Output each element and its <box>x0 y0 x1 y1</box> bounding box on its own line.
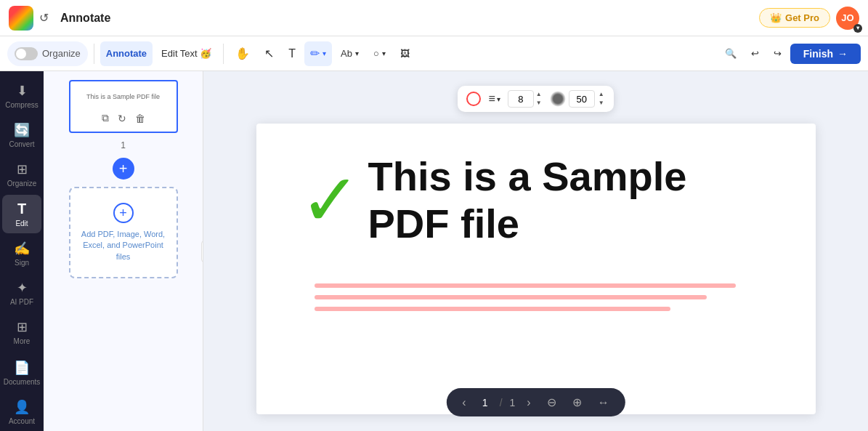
get-pro-button[interactable]: 👑 Get Pro <box>759 8 830 28</box>
hand-icon: ✋ <box>235 47 250 60</box>
total-pages: 1 <box>510 397 516 408</box>
cursor-tool-button[interactable]: ↖ <box>259 41 280 66</box>
undo-button[interactable]: ↩ <box>745 41 765 66</box>
sidebar-sign-label: Sign <box>15 259 29 267</box>
sidebar-more-label: More <box>14 337 31 345</box>
line-style-button[interactable]: ≡ ▾ <box>488 92 500 105</box>
app-title: Annotate <box>60 12 110 25</box>
topbar: ↺ Annotate 👑 Get Pro JO ▾ <box>0 0 868 36</box>
fit-page-button[interactable]: ↔ <box>593 395 614 411</box>
divider-1 <box>94 44 94 64</box>
finish-arrow-icon: → <box>837 48 848 60</box>
sidebar-documents-label: Documents <box>4 378 41 386</box>
thumb-delete-button[interactable]: 🗑 <box>134 110 147 126</box>
organize-icon: ⊞ <box>17 161 28 177</box>
convert-icon: 🔄 <box>14 122 30 138</box>
sidebar-item-ai-pdf[interactable]: ✦ AI PDF <box>2 274 41 312</box>
add-file-icon[interactable]: + <box>113 203 134 223</box>
sidebar-account-label: Account <box>9 417 35 425</box>
prev-page-button[interactable]: ‹ <box>458 395 470 411</box>
redo-icon: ↪ <box>774 48 782 59</box>
page-panel: This is a Sample PDF file ⧉ ↻ 🗑 1 + + Ad… <box>44 71 203 431</box>
underline-1 <box>315 283 736 288</box>
page-thumbnail[interactable]: This is a Sample PDF file ⧉ ↻ 🗑 <box>69 80 178 133</box>
sidebar-edit-label: Edit <box>15 219 28 227</box>
underline-3 <box>315 307 670 311</box>
checkmark-icon: ✓ <box>300 167 361 233</box>
crown-icon: 👑 <box>770 12 782 23</box>
text-style-icon: Ab <box>341 48 352 59</box>
zoom-in-button[interactable]: ⊕ <box>568 394 586 411</box>
underline-2 <box>315 295 707 299</box>
image-button[interactable]: 🖼 <box>394 41 415 66</box>
ai-pdf-icon: ✦ <box>17 280 28 296</box>
search-icon: 🔍 <box>725 48 737 59</box>
sidebar-item-more[interactable]: ⊞ More <box>2 313 41 351</box>
organize-toggle[interactable]: Organize <box>7 41 88 66</box>
text-icon: T <box>288 47 296 60</box>
shape-button[interactable]: ○ ▾ <box>368 41 392 66</box>
sidebar-organize-label: Organize <box>7 180 37 188</box>
text-tool-button[interactable]: T <box>283 41 301 66</box>
sidebar-item-edit[interactable]: T Edit <box>2 195 41 233</box>
sidebar-item-sign[interactable]: ✍ Sign <box>2 235 41 273</box>
stroke-width-input[interactable]: 8 <box>508 90 534 108</box>
sidebar-item-account[interactable]: 👤 Account <box>2 393 41 431</box>
sidebar-item-compress[interactable]: ⬇ Compress <box>2 77 41 115</box>
user-avatar[interactable]: JO ▾ <box>836 7 859 30</box>
divider-2 <box>223 44 224 64</box>
pdf-page: ✓ This is a Sample PDF file <box>256 124 816 414</box>
sign-icon: ✍ <box>14 241 30 257</box>
next-page-button[interactable]: › <box>522 395 535 411</box>
back-button[interactable]: ↺ <box>39 11 49 25</box>
sidebar-compress-label: Compress <box>5 101 38 109</box>
page-number-input[interactable] <box>478 397 492 408</box>
edit-icon: T <box>17 201 26 217</box>
line-style-icon: ≡ <box>488 92 495 105</box>
stroke-width-up[interactable]: ▲ <box>535 90 543 99</box>
add-page-button[interactable]: + <box>113 158 134 180</box>
thumb-copy-button[interactable]: ⧉ <box>100 110 110 126</box>
toggle-switch[interactable] <box>15 47 38 60</box>
pagination-bar: ‹ / 1 › ⊖ ⊕ ↔ <box>446 388 625 416</box>
hand-tool-button[interactable]: ✋ <box>230 41 256 66</box>
thumb-rotate-button[interactable]: ↻ <box>116 110 128 126</box>
documents-icon: 📄 <box>14 360 30 376</box>
stroke-width-down[interactable]: ▼ <box>535 99 543 108</box>
shape-icon: ○ <box>373 48 379 59</box>
annotation-toolbar: ≡ ▾ 8 ▲ ▼ 50 ▲ ▼ <box>458 86 613 112</box>
stroke-width-stepper: ▲ ▼ <box>535 90 543 108</box>
underline-group <box>315 283 772 311</box>
zoom-out-button[interactable]: ⊖ <box>543 394 561 411</box>
opacity-up[interactable]: ▲ <box>598 90 605 99</box>
color-picker-button[interactable] <box>466 92 481 106</box>
opacity-input[interactable]: 50 <box>569 90 595 108</box>
shape-dropdown-icon: ▾ <box>382 49 386 57</box>
opacity-group: 50 ▲ ▼ <box>550 90 605 108</box>
add-file-text: Add PDF, Image, Word, Excel, and PowerPo… <box>78 229 169 262</box>
opacity-down[interactable]: ▼ <box>598 99 605 108</box>
opacity-icon <box>550 91 566 107</box>
main-content: ⬇ Compress 🔄 Convert ⊞ Organize T Edit ✍… <box>0 71 868 431</box>
redo-button[interactable]: ↪ <box>768 41 787 66</box>
sidebar-ai-pdf-label: AI PDF <box>10 298 33 306</box>
stroke-width-group: 8 ▲ ▼ <box>508 90 543 108</box>
app-logo <box>9 6 33 31</box>
opacity-stepper: ▲ ▼ <box>598 90 605 108</box>
finish-button[interactable]: Finish → <box>790 44 861 64</box>
edit-text-button[interactable]: Edit Text 🥳 <box>155 41 217 66</box>
organize-label: Organize <box>42 48 81 59</box>
main-toolbar: Organize Annotate Edit Text 🥳 ✋ ↖ T ✏ ▾ … <box>0 36 868 71</box>
line-style-dropdown: ▾ <box>497 95 500 103</box>
more-icon: ⊞ <box>17 319 28 335</box>
search-button[interactable]: 🔍 <box>719 41 742 66</box>
text-style-button[interactable]: Ab ▾ <box>335 41 365 66</box>
add-file-area[interactable]: + Add PDF, Image, Word, Excel, and Power… <box>69 187 178 278</box>
annotate-button[interactable]: Annotate <box>100 41 153 66</box>
sidebar-item-convert[interactable]: 🔄 Convert <box>2 116 41 154</box>
sidebar-item-documents[interactable]: 📄 Documents <box>2 354 41 392</box>
page-sep: / <box>500 397 503 408</box>
sidebar-item-organize[interactable]: ⊞ Organize <box>2 156 41 193</box>
pen-tool-button[interactable]: ✏ ▾ <box>304 41 332 66</box>
thumb-label: This is a Sample PDF file <box>76 87 171 106</box>
